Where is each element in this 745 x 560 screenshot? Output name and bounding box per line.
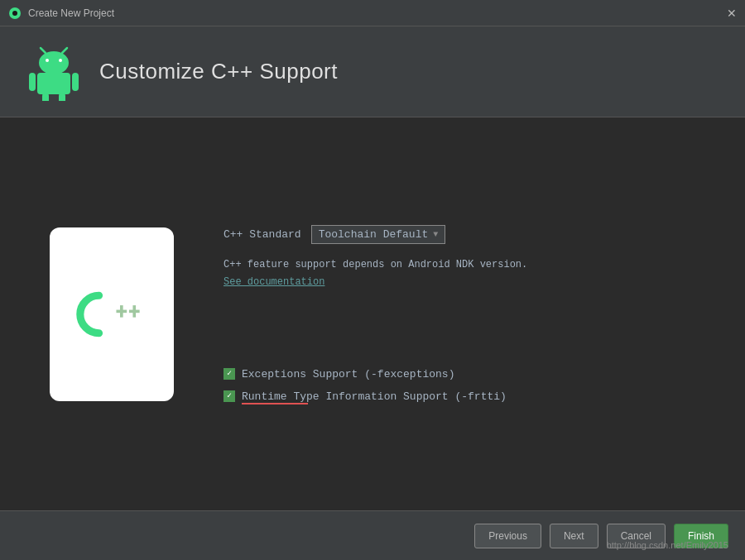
- title-bar: Create New Project ✕: [0, 0, 745, 26]
- next-button[interactable]: Next: [550, 524, 598, 548]
- page-header: Customize C++ Support: [0, 26, 745, 117]
- svg-line-5: [41, 48, 46, 53]
- svg-rect-7: [37, 73, 70, 94]
- info-text: C++ feature support depends on Android N…: [223, 257, 695, 288]
- svg-point-2: [39, 51, 69, 74]
- cancel-button[interactable]: Cancel: [607, 524, 666, 548]
- main-content: C++ Standard Toolchain Default ▼ C++ fea…: [0, 117, 745, 510]
- dropdown-value: Toolchain Default: [319, 228, 429, 241]
- footer-bar: Previous Next Cancel Finish: [0, 510, 745, 560]
- previous-button[interactable]: Previous: [474, 524, 541, 548]
- svg-line-6: [62, 48, 67, 53]
- cpp-preview-card: [50, 227, 174, 401]
- cpp-standard-dropdown[interactable]: Toolchain Default ▼: [311, 225, 446, 244]
- app-icon: [8, 7, 22, 20]
- rtti-checkbox[interactable]: ✓: [223, 390, 235, 402]
- checkboxes-section: ✓ Exceptions Support (-fexceptions) ✓ Ru…: [223, 368, 695, 403]
- rtti-underline-indicator: [242, 403, 308, 404]
- svg-rect-10: [42, 93, 49, 101]
- svg-point-3: [46, 59, 49, 62]
- android-logo: [25, 43, 83, 101]
- svg-rect-8: [29, 73, 36, 91]
- cpp-standard-row: C++ Standard Toolchain Default ▼: [223, 225, 695, 244]
- svg-rect-11: [59, 93, 65, 101]
- svg-point-1: [12, 11, 17, 16]
- exceptions-label: Exceptions Support (-fexceptions): [242, 368, 454, 381]
- chevron-down-icon: ▼: [433, 230, 438, 239]
- cpp-logo: [70, 281, 153, 347]
- checkmark-icon: ✓: [227, 370, 232, 378]
- finish-button[interactable]: Finish: [674, 524, 728, 548]
- checkmark-icon: ✓: [227, 392, 232, 400]
- close-button[interactable]: ✕: [727, 7, 737, 20]
- window-title: Create New Project: [28, 7, 114, 19]
- see-documentation-link[interactable]: See documentation: [223, 276, 324, 288]
- svg-point-4: [59, 59, 62, 62]
- exceptions-row: ✓ Exceptions Support (-fexceptions): [223, 368, 695, 381]
- cpp-standard-label: C++ Standard: [223, 228, 301, 241]
- settings-panel: C++ Standard Toolchain Default ▼ C++ fea…: [223, 225, 695, 402]
- title-bar-left: Create New Project: [8, 7, 114, 20]
- ndk-info-label: C++ feature support depends on Android N…: [223, 257, 695, 273]
- page-title: Customize C++ Support: [99, 59, 338, 84]
- rtti-row: ✓ Runtime Type Information Support (-frt…: [223, 390, 695, 403]
- rtti-label: Runtime Type Information Support (-frtti…: [242, 390, 507, 403]
- svg-rect-9: [72, 73, 79, 91]
- exceptions-checkbox[interactable]: ✓: [223, 368, 235, 380]
